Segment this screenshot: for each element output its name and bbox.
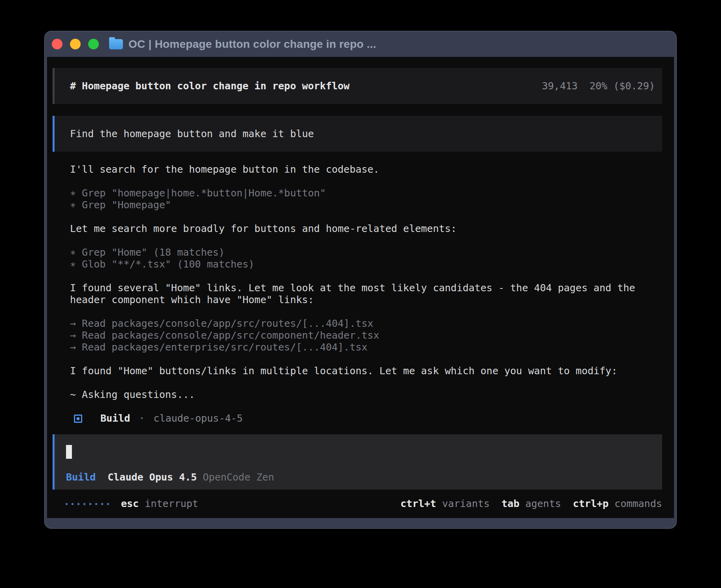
assistant-text-paragraph: ~ Asking questions...	[70, 389, 658, 401]
esc-key-label: interrupt	[145, 498, 198, 510]
spinner-dot	[101, 503, 103, 505]
session-stats-gap	[578, 80, 589, 92]
transcript-line: ∗ Grep "Homepage"	[70, 199, 658, 211]
tool-call-paragraph: ∗ Grep "homepage|home.*button|Home.*butt…	[70, 187, 658, 211]
user-message-block: Find the homepage button and make it blu…	[53, 116, 662, 152]
hint-interrupt: esc interrupt	[121, 498, 198, 510]
titlebar[interactable]: OC | Homepage button color change in rep…	[45, 31, 676, 57]
assistant-text-paragraph: Let me search more broadly for buttons a…	[70, 223, 658, 235]
transcript-line: ∗ Grep "homepage|home.*button|Home.*butt…	[70, 187, 658, 199]
maximize-button[interactable]	[88, 39, 99, 49]
transcript-line: I found "Home" buttons/links in multiple…	[70, 365, 658, 377]
transcript-line: ~ Asking questions...	[70, 389, 658, 401]
hint-commands: ctrl+pcommands	[573, 498, 662, 510]
tool-call-paragraph: → Read packages/console/app/src/routes/[…	[70, 318, 658, 353]
close-button[interactable]	[52, 39, 62, 49]
traffic-lights	[52, 39, 99, 49]
esc-key-hint: esc	[121, 498, 139, 510]
agent-model: claude-opus-4-5	[153, 413, 243, 424]
transcript-line: I'll search for the homepage button in t…	[70, 164, 658, 175]
hint-agents: tabagents	[502, 498, 561, 510]
app-window: OC | Homepage button color change in rep…	[44, 31, 677, 529]
shortcut-key: ctrl+p	[573, 498, 608, 510]
input-provider-label: OpenCode Zen	[203, 471, 274, 483]
shortcut-key: ctrl+t	[400, 498, 436, 510]
tool-call-paragraph: ∗ Grep "Home" (18 matches)∗ Glob "**/*.t…	[70, 247, 658, 270]
input-model-label[interactable]: Claude Opus 4.5	[108, 471, 197, 483]
agent-status-row: Build · claude-opus-4-5	[70, 413, 658, 424]
session-token-count: 39,413	[542, 80, 578, 92]
prompt-input[interactable]: Build Claude Opus 4.5 OpenCode Zen	[53, 434, 662, 490]
assistant-transcript: I'll search for the homepage button in t…	[47, 164, 674, 424]
spinner-dot	[95, 503, 97, 505]
spinner-dot	[83, 503, 85, 505]
window-title: OC | Homepage button color change in rep…	[128, 38, 376, 51]
transcript-line: → Read packages/console/app/src/componen…	[70, 330, 658, 341]
session-context-cost: 20% ($0.29)	[589, 80, 655, 92]
assistant-text-paragraph: I found several "Home" links. Let me loo…	[70, 282, 658, 306]
minimize-button[interactable]	[70, 39, 81, 49]
session-title: # Homepage button color change in repo w…	[70, 80, 542, 92]
transcript-line: ∗ Glob "**/*.tsx" (100 matches)	[70, 258, 658, 270]
status-bar: esc interrupt ctrl+tvariantstabagentsctr…	[47, 495, 674, 513]
hint-variants: ctrl+tvariants	[400, 498, 490, 510]
spinner-dot	[72, 503, 74, 505]
input-meta-row: Build Claude Opus 4.5 OpenCode Zen	[66, 471, 274, 483]
shortcut-label: commands	[615, 498, 662, 510]
shortcut-hints: ctrl+tvariantstabagentsctrl+pcommands	[400, 498, 662, 510]
transcript-line: → Read packages/enterprise/src/routes/[.…	[70, 341, 658, 353]
folder-icon	[109, 39, 123, 49]
transcript-line: Let me search more broadly for buttons a…	[70, 223, 658, 235]
user-message-text: Find the homepage button and make it blu…	[70, 128, 314, 140]
shortcut-label: variants	[442, 498, 489, 510]
spinner-dots	[66, 503, 109, 505]
shortcut-key: tab	[502, 498, 519, 510]
spinner-dot	[66, 503, 68, 505]
transcript-line: I found several "Home" links. Let me loo…	[70, 282, 658, 294]
agent-name: Build	[100, 413, 130, 424]
text-cursor	[66, 445, 72, 459]
shortcut-label: agents	[525, 498, 561, 510]
session-header-block: # Homepage button color change in repo w…	[53, 68, 662, 104]
spinner-dot	[89, 503, 91, 505]
transcript-line: ∗ Grep "Home" (18 matches)	[70, 247, 658, 258]
input-mode-badge[interactable]: Build	[66, 471, 96, 483]
spinner-dot	[77, 503, 79, 505]
assistant-text-paragraph: I found "Home" buttons/links in multiple…	[70, 365, 658, 377]
terminal-content: # Homepage button color change in repo w…	[47, 57, 674, 518]
transcript-line: → Read packages/console/app/src/routes/[…	[70, 318, 658, 330]
agent-build-icon	[74, 415, 82, 423]
spinner-dot	[107, 503, 109, 505]
agent-separator: ·	[139, 413, 145, 424]
assistant-text-paragraph: I'll search for the homepage button in t…	[70, 164, 658, 175]
transcript-line: header component which have "Home" links…	[70, 294, 658, 306]
